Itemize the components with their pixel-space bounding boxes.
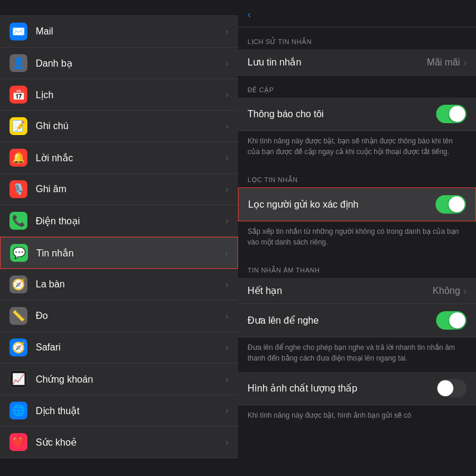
chevron-right-icon: › <box>226 343 228 352</box>
chevron-right-icon: › <box>226 216 228 226</box>
toggle-notify-me[interactable] <box>436 105 466 123</box>
sidebar-item-translate[interactable]: 🌐 Dịch thuật › <box>0 395 238 427</box>
phone-icon: 📞 <box>10 212 27 230</box>
chevron-right-icon: › <box>226 280 228 289</box>
left-panel: ✉️ Mail › 👤 Danh bạ › 📅 Lịch › 📝 Ghi chú… <box>0 0 238 476</box>
sidebar-item-compass[interactable]: 🧭 La bàn › <box>0 269 238 300</box>
back-chevron-icon: ‹ <box>248 8 251 21</box>
sidebar-item-contacts[interactable]: 👤 Danh bạ › <box>0 48 238 79</box>
row-notify-me: Thông báo cho tôi <box>238 98 476 131</box>
description-filter-desc: Sắp xếp tin nhắn từ những người không có… <box>238 221 476 256</box>
right-panel: ‹ LỊCH SỬ TIN NHẮN Lưu tin nhắn Mãi mãi … <box>238 0 476 476</box>
chevron-icon-expire: › <box>464 286 466 296</box>
toggle-knob-raise-to-listen <box>449 312 465 328</box>
chevron-right-icon: › <box>226 437 228 447</box>
chevron-right-icon: › <box>226 90 228 99</box>
sidebar-label-measure: Đo <box>36 311 226 321</box>
sidebar-label-stocks: Chứng khoán <box>36 374 226 385</box>
sidebar-label-notes: Ghi chú <box>36 121 226 131</box>
calendar-icon: 📅 <box>10 86 27 104</box>
sidebar-item-voice[interactable]: 🎙️ Ghi âm › <box>0 174 238 205</box>
section-header-lọc-tin-nhắn: LỌC TIN NHẮN <box>238 165 476 187</box>
row-filter-unknown: Lọc người gửi ko xác định <box>238 187 476 221</box>
mail-icon: ✉️ <box>10 23 27 40</box>
compass-icon: 🧭 <box>10 275 27 293</box>
toggle-low-quality[interactable] <box>436 379 466 397</box>
sidebar-label-translate: Dịch thuật <box>36 405 226 416</box>
stocks-icon: 📈 <box>10 370 27 388</box>
contacts-icon: 👤 <box>10 54 27 72</box>
label-raise-to-listen: Đưa lên để nghe <box>248 315 436 326</box>
reminders-icon: 🔔 <box>10 149 27 167</box>
settings-list: ✉️ Mail › 👤 Danh bạ › 📅 Lịch › 📝 Ghi chú… <box>0 16 238 476</box>
section-header-tin-nhắn-âm-thanh: TIN NHẮN ÂM THANH <box>238 256 476 278</box>
toggle-filter-unknown[interactable] <box>436 195 466 214</box>
label-notify-me: Thông báo cho tôi <box>248 109 436 120</box>
chevron-right-icon: › <box>226 58 228 68</box>
sidebar-label-health: Sức khoẻ <box>36 437 226 448</box>
safari-icon: 🧭 <box>10 339 27 356</box>
sidebar-item-messages[interactable]: 💬 Tin nhắn › <box>0 237 238 269</box>
row-raise-to-listen: Đưa lên để nghe <box>238 304 476 337</box>
notes-icon: 📝 <box>10 117 27 135</box>
toggle-knob-notify-me <box>449 106 465 122</box>
right-header: ‹ <box>238 0 476 27</box>
health-icon: ❤️ <box>10 433 27 451</box>
left-header <box>0 0 238 16</box>
label-filter-unknown: Lọc người gửi ko xác định <box>248 199 436 210</box>
row-low-quality: Hình ảnh chất lượng thấp <box>238 372 476 405</box>
sidebar-item-reminders[interactable]: 🔔 Lời nhắc › <box>0 142 238 174</box>
chevron-right-icon: › <box>226 27 228 36</box>
section-header-đề-cập: ĐỀ CẬP <box>238 76 476 98</box>
sidebar-label-calendar: Lịch <box>36 89 226 101</box>
back-button[interactable]: ‹ <box>248 8 253 21</box>
row-keep-messages[interactable]: Lưu tin nhắn Mãi mãi › <box>238 49 476 76</box>
label-expire: Hết hạn <box>248 285 433 296</box>
sidebar-item-calendar[interactable]: 📅 Lịch › <box>0 79 238 111</box>
description-notify-desc: Khi tính năng này được bật, bạn sẽ nhận … <box>238 131 476 165</box>
right-content: LỊCH SỬ TIN NHẮN Lưu tin nhắn Mãi mãi › … <box>238 27 476 476</box>
sidebar-label-mail: Mail <box>36 26 226 37</box>
sidebar-label-voice: Ghi âm <box>36 184 226 195</box>
label-keep-messages: Lưu tin nhắn <box>248 57 427 68</box>
chevron-right-icon: › <box>226 184 228 194</box>
chevron-right-icon: › <box>226 153 228 162</box>
chevron-right-icon: › <box>225 248 228 258</box>
chevron-right-icon: › <box>226 406 228 415</box>
sidebar-label-phone: Điện thoại <box>36 215 226 227</box>
description-raise-desc: Đưa lên để nghe cho phép bạn nghe và trả… <box>238 337 476 372</box>
description-low-quality-desc: Khi tính năng này được bật, hình ảnh bạn… <box>238 405 476 429</box>
toggle-raise-to-listen[interactable] <box>436 311 466 330</box>
section-header-lịch-sử-tin-nhắn: LỊCH SỬ TIN NHẮN <box>238 27 476 49</box>
label-low-quality: Hình ảnh chất lượng thấp <box>248 383 436 394</box>
toggle-knob-filter-unknown <box>449 196 465 212</box>
sidebar-item-health[interactable]: ❤️ Sức khoẻ › <box>0 427 238 458</box>
chevron-right-icon: › <box>226 121 228 131</box>
sidebar-item-safari[interactable]: 🧭 Safari › <box>0 332 238 364</box>
chevron-right-icon: › <box>226 374 228 384</box>
row-expire[interactable]: Hết hạn Không › <box>238 278 476 304</box>
messages-icon: 💬 <box>10 244 28 262</box>
sidebar-label-compass: La bàn <box>36 279 226 290</box>
sidebar-item-stocks[interactable]: 📈 Chứng khoán › <box>0 364 238 395</box>
sidebar-item-phone[interactable]: 📞 Điện thoại › <box>0 205 238 237</box>
chevron-right-icon: › <box>226 311 228 321</box>
measure-icon: 📏 <box>10 307 27 325</box>
value-keep-messages: Mãi mãi <box>427 57 460 68</box>
toggle-knob-low-quality <box>437 380 453 396</box>
translate-icon: 🌐 <box>10 402 27 419</box>
sidebar-item-measure[interactable]: 📏 Đo › <box>0 300 238 332</box>
sidebar-item-mail[interactable]: ✉️ Mail › <box>0 16 238 48</box>
sidebar-label-contacts: Danh bạ <box>36 58 226 69</box>
sidebar-label-messages: Tin nhắn <box>36 248 225 259</box>
sidebar-label-reminders: Lời nhắc <box>36 152 226 164</box>
sidebar-label-safari: Safari <box>36 342 226 353</box>
voice-icon: 🎙️ <box>10 180 27 198</box>
sidebar-item-notes[interactable]: 📝 Ghi chú › <box>0 111 238 142</box>
chevron-icon-keep-messages: › <box>464 58 466 67</box>
value-expire: Không <box>433 286 460 296</box>
